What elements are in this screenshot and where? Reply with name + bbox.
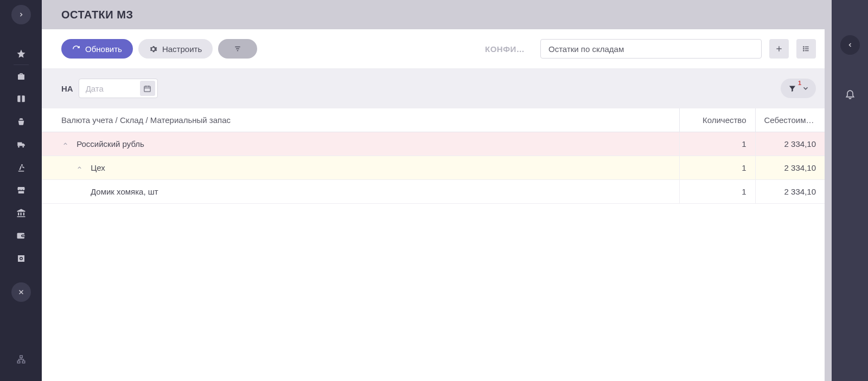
- store-icon: [16, 185, 26, 195]
- filter-lines-icon: [233, 45, 242, 53]
- row-collapse-toggle[interactable]: [75, 164, 83, 172]
- svg-rect-2: [20, 356, 22, 358]
- calendar-icon: [143, 85, 151, 93]
- config-section-label: КОНФИГУРАЦИЯ: [485, 44, 528, 54]
- svg-point-17: [803, 50, 804, 51]
- filter-bar: НА 1: [42, 68, 825, 108]
- svg-rect-3: [17, 361, 20, 363]
- sidebar-item-store[interactable]: [7, 179, 35, 201]
- chevron-down-icon: [802, 85, 809, 92]
- sidebar-nav: [0, 43, 42, 270]
- table-header-row: Валюта учета / Склад / Материальный запа…: [42, 108, 825, 132]
- table-row[interactable]: Российский рубль 1 2 334,10: [42, 132, 825, 156]
- configure-button[interactable]: Настроить: [138, 39, 213, 59]
- page-title-bar: ОСТАТКИ МЗ: [42, 0, 832, 29]
- truck-icon: [16, 140, 27, 150]
- row-qty: 1: [679, 132, 755, 156]
- filter-controls: 1: [781, 79, 816, 98]
- close-icon: [18, 289, 24, 295]
- sidebar-item-book[interactable]: [7, 88, 35, 110]
- more-options-button[interactable]: [218, 39, 257, 59]
- sidebar-item-sitemap[interactable]: [7, 348, 35, 370]
- expand-sidebar-button[interactable]: [11, 5, 31, 24]
- add-config-button[interactable]: [769, 39, 789, 59]
- chevron-up-icon: [76, 165, 82, 171]
- col-header-cost[interactable]: Себестоимо…: [755, 108, 825, 132]
- sidebar-item-favorites[interactable]: [7, 43, 35, 64]
- book-icon: [16, 94, 26, 104]
- notifications-button[interactable]: [845, 88, 856, 99]
- sidebar-item-robot[interactable]: [7, 157, 35, 178]
- row-cost: 2 334,10: [755, 180, 825, 204]
- filter-expand-button[interactable]: [802, 85, 809, 92]
- date-input[interactable]: [86, 84, 137, 93]
- balances-table: Валюта учета / Склад / Материальный запа…: [42, 108, 825, 204]
- date-picker-button[interactable]: [140, 81, 155, 96]
- gear-icon: [149, 45, 157, 53]
- row-cost: 2 334,10: [755, 156, 825, 180]
- briefcase-icon: [16, 72, 26, 81]
- star-icon: [16, 49, 26, 59]
- toolbar: Обновить Настроить КОНФИГУРАЦИЯ Остатки …: [42, 29, 825, 68]
- configure-button-label: Настроить: [162, 44, 202, 54]
- config-select-value: Остатки по складам: [548, 44, 624, 54]
- content-area: Обновить Настроить КОНФИГУРАЦИЯ Остатки …: [42, 29, 825, 381]
- filter-count-badge: 1: [798, 80, 801, 86]
- row-cost: 2 334,10: [755, 132, 825, 156]
- refresh-button-label: Обновить: [85, 44, 122, 54]
- page: ОСТАТКИ МЗ Обновить Настроить КОНФИГУРАЦ…: [42, 0, 832, 381]
- chevron-right-icon: [18, 11, 24, 18]
- svg-point-16: [803, 48, 804, 49]
- col-header-quantity[interactable]: Количество: [679, 108, 755, 132]
- collapse-right-panel-button[interactable]: [840, 35, 860, 55]
- sidebar-item-settings[interactable]: [7, 248, 35, 269]
- filter-button[interactable]: 1: [788, 85, 796, 93]
- list-config-button[interactable]: [796, 39, 816, 59]
- refresh-button[interactable]: Обновить: [61, 39, 133, 59]
- list-icon: [802, 45, 810, 53]
- chevron-up-icon: [62, 141, 68, 147]
- row-qty: 1: [679, 180, 755, 204]
- sidebar-item-truck[interactable]: [7, 134, 35, 156]
- table-row[interactable]: Домик хомяка, шт 1 2 334,10: [42, 180, 825, 204]
- sidebar-close-button[interactable]: [11, 282, 31, 302]
- row-label: Российский рубль: [76, 139, 144, 148]
- svg-rect-4: [22, 361, 25, 363]
- col-header-group[interactable]: Валюта учета / Склад / Материальный запа…: [42, 108, 679, 132]
- right-sidebar: [832, 0, 868, 381]
- sitemap-icon: [16, 354, 26, 364]
- basket-icon: [16, 117, 26, 127]
- svg-point-15: [803, 47, 804, 47]
- funnel-icon: [788, 85, 796, 93]
- plus-icon: [775, 45, 783, 53]
- svg-rect-18: [144, 86, 150, 92]
- row-label: Домик хомяка, шт: [91, 187, 158, 196]
- chevron-left-icon: [847, 42, 853, 48]
- bank-icon: [16, 208, 26, 218]
- left-sidebar: [0, 0, 42, 381]
- sidebar-item-basket[interactable]: [7, 111, 35, 133]
- table-container: Валюта учета / Склад / Материальный запа…: [42, 108, 825, 381]
- refresh-icon: [72, 45, 80, 53]
- row-collapse-toggle[interactable]: [61, 140, 69, 148]
- wallet-icon: [16, 231, 26, 241]
- bell-icon: [845, 88, 856, 99]
- page-title: ОСТАТКИ МЗ: [61, 9, 133, 21]
- robot-arm-icon: [16, 163, 26, 172]
- config-select[interactable]: Остатки по складам: [540, 39, 762, 59]
- row-qty: 1: [679, 156, 755, 180]
- gear-box-icon: [16, 254, 26, 263]
- filter-on-label: НА: [61, 84, 73, 93]
- sidebar-item-briefcase[interactable]: [7, 66, 35, 87]
- row-label: Цех: [91, 163, 105, 172]
- table-row[interactable]: Цех 1 2 334,10: [42, 156, 825, 180]
- sidebar-item-wallet[interactable]: [7, 225, 35, 247]
- date-input-wrapper: [79, 79, 158, 98]
- sidebar-item-bank[interactable]: [7, 202, 35, 224]
